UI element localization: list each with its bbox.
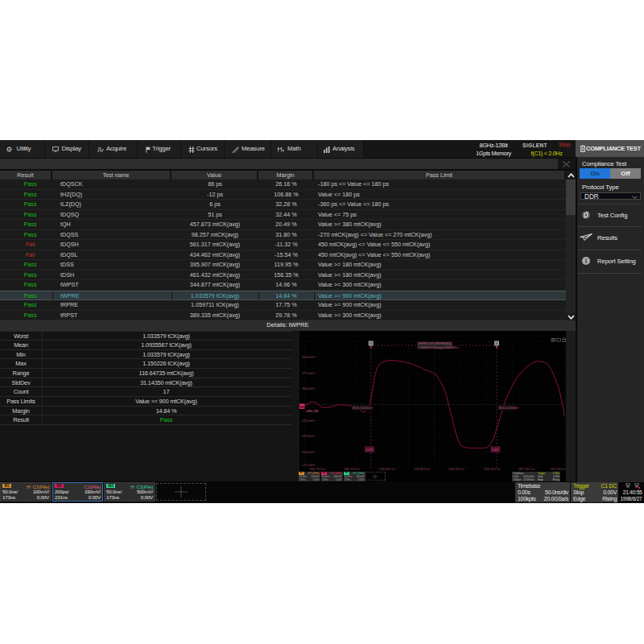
svg-text:DX9: DX9 [493,448,500,452]
svg-text:M2(C1)205mV: M2(C1)205mV [353,407,373,410]
svg-text:300.0mV: 300.0mV [302,386,315,390]
svg-text:M2(C1)205mV: M2(C1)205mV [499,407,519,410]
svg-text:GND_M2: GND_M2 [306,410,319,413]
svg-text:186.753 ns: 186.753 ns [344,467,360,471]
svg-text:-400.0mV: -400.0mV [301,450,316,454]
svg-text:650.0mV: 650.0mV [302,355,315,359]
svg-text:246.953 ns: 246.953 ns [448,467,464,471]
svg-text:226.853 ns: 226.853 ns [414,467,430,471]
svg-text:125.0mV: 125.0mV [302,419,315,423]
svg-text:307.053 ns: 307.053 ns [551,467,566,471]
svg-text:206.853 ns: 206.853 ns [379,467,395,471]
svg-text:287.053 ns: 287.053 ns [518,467,535,471]
svg-text:266.953 ns: 266.953 ns [484,467,500,471]
svg-text:166.753 ns: 166.753 ns [309,467,325,471]
svg-text:DX9: DX9 [366,448,374,452]
svg-text:-225.0mV: -225.0mV [301,434,316,438]
svg-text:M2: M2 [300,405,305,409]
svg-text:475.0mV: 475.0mV [302,371,315,375]
svg-text:tWPRE DX9 (tWPRE(M2)): tWPRE DX9 (tWPRE(M2)) [419,342,452,345]
svg-text:1.033579 tCK(avg)=1.965334ns: 1.033579 tCK(avg)=1.965334ns [419,346,459,349]
